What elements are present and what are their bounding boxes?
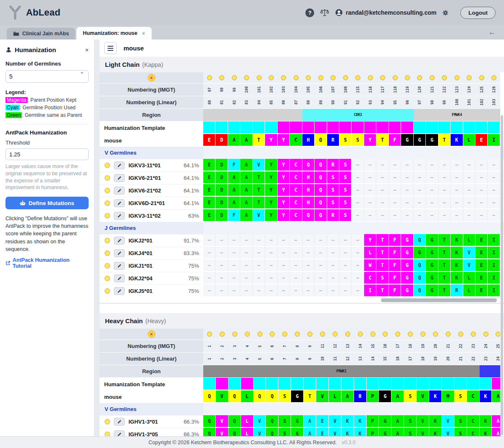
edit-germline-button[interactable]: [114, 287, 125, 295]
empty-cell: –: [438, 209, 451, 221]
logout-button[interactable]: Logout: [460, 7, 496, 19]
threshold-input[interactable]: [5, 148, 89, 160]
gear-icon[interactable]: [442, 10, 449, 16]
column-toggle-circle[interactable]: [257, 75, 262, 80]
column-toggle-circle[interactable]: [430, 75, 435, 80]
edit-germline-button[interactable]: [114, 237, 125, 245]
tab-humanization-mouse[interactable]: Humanization: mouse ×: [76, 27, 151, 40]
edit-germline-button[interactable]: [114, 212, 125, 220]
column-toggle-circle[interactable]: [491, 75, 496, 80]
column-toggle-circle[interactable]: [393, 75, 398, 80]
germline-residue-cell: C: [290, 209, 302, 221]
column-toggle-circle[interactable]: [307, 332, 312, 337]
edit-germline-button[interactable]: [114, 199, 125, 207]
column-toggle-circle[interactable]: [244, 75, 249, 80]
edit-germline-button[interactable]: [114, 262, 125, 270]
edit-germline-button[interactable]: [114, 274, 125, 282]
germline-toggle-circle[interactable]: [105, 188, 110, 193]
column-toggle-circle[interactable]: [220, 332, 225, 337]
germline-toggle-circle[interactable]: [105, 432, 110, 436]
germline-residue-cell: C: [290, 197, 302, 209]
column-toggle-circle[interactable]: [368, 75, 373, 80]
germline-toggle-circle[interactable]: [105, 175, 110, 181]
column-toggle-circle[interactable]: [458, 332, 463, 337]
germline-toggle-circle[interactable]: [105, 238, 110, 243]
column-toggle-circle[interactable]: [207, 75, 212, 80]
sidebar-close-icon[interactable]: ×: [85, 47, 89, 53]
column-toggle-circle[interactable]: [408, 332, 413, 337]
column-toggle-circle[interactable]: [320, 332, 325, 337]
column-toggle-circle[interactable]: [257, 332, 262, 337]
germlines-count-select[interactable]: 5: [5, 70, 89, 83]
column-toggle-circle[interactable]: [483, 332, 488, 337]
column-toggle-circle[interactable]: [446, 332, 451, 337]
column-toggle-circle[interactable]: [219, 75, 224, 80]
column-toggle-circle[interactable]: [306, 75, 311, 80]
column-toggle-circle[interactable]: [207, 332, 212, 337]
main-panel: mouse Light Chain (Kappa) ×Numbering (IM…: [100, 40, 504, 436]
germline-toggle-circle[interactable]: [105, 163, 110, 168]
reset-columns-button[interactable]: ×: [148, 330, 155, 338]
column-toggle-circle[interactable]: [331, 75, 336, 80]
column-toggle-circle[interactable]: [383, 332, 388, 337]
empty-cell: –: [327, 234, 339, 246]
column-toggle-circle[interactable]: [282, 332, 287, 337]
column-toggle-circle[interactable]: [405, 75, 410, 80]
column-toggle-circle[interactable]: [345, 332, 350, 337]
column-toggle-circle[interactable]: [417, 75, 422, 80]
column-toggle-circle[interactable]: [355, 75, 360, 80]
tab-clinical-jain-mabs[interactable]: Clinical Jain mAbs: [7, 28, 75, 40]
column-toggle-circle[interactable]: [281, 75, 286, 80]
define-mutations-button[interactable]: Define Mutations: [5, 197, 89, 209]
column-toggle-circle[interactable]: [380, 75, 385, 80]
germline-toggle-circle[interactable]: [105, 288, 110, 294]
column-toggle-circle[interactable]: [442, 75, 447, 80]
edit-germline-button[interactable]: [114, 161, 125, 169]
column-toggle-circle[interactable]: [420, 332, 425, 337]
column-toggle-circle[interactable]: [343, 75, 348, 80]
column-toggle-circle[interactable]: [370, 332, 375, 337]
column-toggle-circle[interactable]: [467, 75, 472, 80]
column-toggle-circle[interactable]: [295, 332, 300, 337]
back-arrow-icon[interactable]: ←: [488, 28, 496, 37]
germline-residue-cell: H: [302, 171, 315, 184]
column-toggle-circle[interactable]: [245, 332, 250, 337]
column-toggle-circle[interactable]: [454, 75, 459, 80]
residue-cell: G: [379, 390, 391, 403]
germline-toggle-circle[interactable]: [105, 419, 110, 424]
reset-columns-button[interactable]: ×: [148, 74, 155, 82]
column-toggle-circle[interactable]: [269, 75, 274, 80]
column-toggle-circle[interactable]: [294, 75, 299, 80]
germline-toggle-circle[interactable]: [105, 213, 110, 219]
column-toggle-circle[interactable]: [270, 332, 275, 337]
edit-germline-button[interactable]: [114, 430, 125, 436]
germline-toggle-circle[interactable]: [105, 250, 110, 256]
column-toggle-circle[interactable]: [358, 332, 363, 337]
horizontal-scrollbar-thumb[interactable]: [381, 298, 497, 302]
tab-close-icon[interactable]: ×: [142, 30, 145, 37]
scales-icon[interactable]: [320, 8, 329, 17]
column-toggle-circle[interactable]: [496, 332, 500, 337]
germline-toggle-circle[interactable]: [105, 200, 110, 206]
column-toggle-circle[interactable]: [395, 332, 400, 337]
column-toggle-circle[interactable]: [232, 332, 237, 337]
light-vertical-scrollbar-thumb[interactable]: [501, 115, 503, 334]
column-toggle-circle[interactable]: [318, 75, 323, 80]
heavy-vertical-scrollbar-thumb[interactable]: [501, 330, 503, 435]
edit-germline-button[interactable]: [114, 418, 125, 426]
column-toggle-circle[interactable]: [433, 332, 438, 337]
germline-toggle-circle[interactable]: [105, 263, 110, 269]
germline-toggle-circle[interactable]: [105, 276, 110, 281]
column-toggle-circle[interactable]: [333, 332, 338, 337]
edit-germline-button[interactable]: [114, 187, 125, 195]
germline-residue-cell: R: [327, 159, 339, 171]
column-toggle-circle[interactable]: [232, 75, 237, 80]
section-gap: [100, 303, 504, 313]
column-toggle-circle[interactable]: [471, 332, 476, 337]
edit-germline-button[interactable]: [114, 174, 125, 182]
help-icon[interactable]: ?: [305, 8, 314, 17]
hamburger-menu-button[interactable]: [104, 42, 117, 54]
antpack-tutorial-link[interactable]: AntPack Humanization Tutorial: [5, 257, 89, 269]
column-toggle-circle[interactable]: [479, 75, 484, 80]
edit-germline-button[interactable]: [114, 249, 125, 257]
